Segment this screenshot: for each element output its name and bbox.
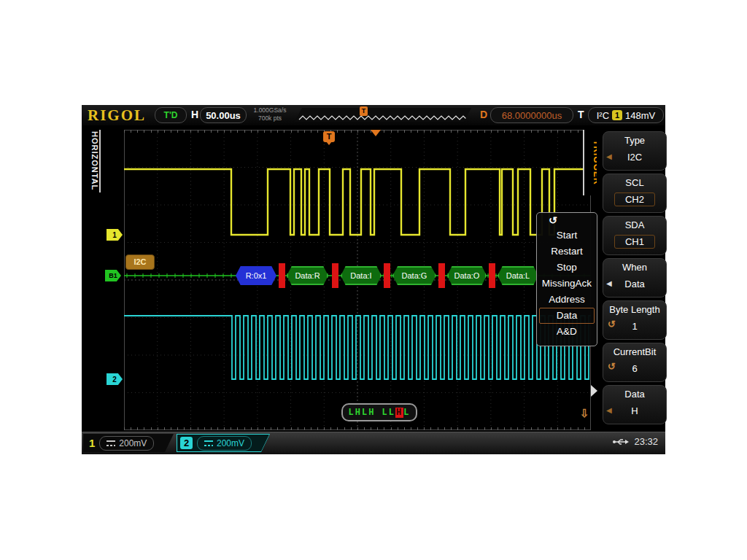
ch1-number: 1 — [89, 437, 95, 449]
delay-readout[interactable]: 68.0000000us — [490, 107, 573, 123]
trigger-position-flag-icon[interactable]: T — [323, 131, 335, 142]
oscilloscope-screen: RIGOL T'D H 50.00us 1.000GSa/s 700k pts … — [82, 105, 665, 454]
decode-block-data-l: Data:L — [498, 266, 538, 285]
decode-block-r-0x1: R:0x1 — [236, 266, 276, 285]
clock-time: 23:32 — [634, 436, 658, 447]
menu-item-value-row: CH1 — [603, 233, 666, 250]
popup-item-data[interactable]: Data — [539, 308, 595, 324]
trigger-type: I²C — [597, 110, 609, 121]
ch1-scale-box: 200mV — [99, 436, 154, 451]
menu-item-current-bit[interactable]: CurrentBit↺6 — [603, 343, 667, 382]
trigger-center-triangle-icon — [371, 130, 381, 141]
memory-depth: 700k pts — [249, 114, 290, 122]
ch2-scale-box: 200mV — [197, 436, 252, 451]
decode-separator-bar — [384, 263, 390, 288]
popup-item-stop[interactable]: Stop — [537, 260, 597, 276]
trigger-status[interactable]: T'D — [155, 107, 187, 123]
ch1-scale: 200mV — [119, 438, 147, 448]
decode-separator-bar — [332, 263, 338, 288]
menu-item-label: When — [603, 262, 666, 273]
graticule-top-ticks — [124, 130, 591, 133]
decode-block-data-r: Data:R — [287, 266, 328, 285]
tab-horizontal[interactable]: HORIZONTAL — [82, 130, 101, 192]
ch2-status-badge[interactable]: 2 200mV — [177, 434, 270, 452]
ch2-scale: 200mV — [217, 438, 244, 448]
decode-block-data-o: Data:O — [447, 266, 487, 285]
menu-item-when[interactable]: When◀Data — [603, 258, 667, 298]
bus-decode-label[interactable]: I2C — [125, 254, 155, 270]
menu-item-byte-length[interactable]: Byte Length↺1 — [603, 300, 667, 340]
menu-item-label: CurrentBit — [603, 346, 666, 357]
popup-item-list: StartRestartStopMissingAckAddressDataA&D — [537, 228, 597, 340]
trigger-source-badge: 1 — [612, 110, 622, 120]
popup-item-start[interactable]: Start — [537, 228, 597, 244]
menu-item-value: I2C — [627, 152, 642, 163]
graticule-bottom-ticks — [124, 427, 591, 430]
ch2-status-inner: 2 200mV — [177, 435, 269, 451]
menu-item-value: CH2 — [614, 192, 655, 206]
sample-rate: 1.000GSa/s — [249, 106, 290, 114]
cycle-icon: ↺ — [549, 214, 557, 226]
timebase-readout[interactable]: 50.00us — [200, 107, 247, 123]
acquisition-info: 1.000GSa/s 700k pts — [249, 106, 290, 122]
trigger-softkey-menu: Type◀I2CSCLCH2SDACH1When◀DataByte Length… — [597, 127, 665, 432]
menu-item-value-row: ↺1 — [603, 317, 666, 335]
menu-item-label: SDA — [603, 219, 666, 230]
trigger-level: 148mV — [625, 110, 655, 121]
dc-coupling-icon — [107, 440, 115, 446]
menu-item-value: H — [631, 405, 638, 416]
menu-item-label: Data — [603, 389, 666, 400]
left-arrow-icon: ◀ — [606, 152, 612, 160]
menu-item-value-row: ◀I2C — [603, 148, 666, 166]
channel-status-bar: 1 200mV 2 200mV — [82, 432, 665, 454]
horizontal-label: H — [191, 109, 198, 120]
pattern-prefix: LHLH LL — [349, 408, 395, 418]
menu-item-label: Type — [603, 135, 666, 146]
trigger-section-label: T — [578, 109, 584, 120]
zigzag-waveform-icon — [295, 108, 471, 122]
menu-item-scl[interactable]: SCLCH2 — [603, 174, 667, 213]
decode-separator-bar — [279, 263, 285, 288]
ch1-position-marker[interactable]: 1 — [107, 229, 123, 241]
decode-block-data-i: Data:I — [341, 266, 382, 285]
popup-item-missingack[interactable]: MissingAck — [537, 276, 597, 292]
when-condition-popup: ↺ StartRestartStopMissingAckAddressDataA… — [536, 212, 597, 346]
decode-separator-bar — [489, 263, 495, 288]
rigol-logo: RIGOL — [88, 106, 146, 125]
decode-separator-bar — [438, 263, 445, 288]
dc-coupling-icon — [204, 440, 213, 446]
pattern-suffix: L — [403, 408, 410, 418]
popup-item-restart[interactable]: Restart — [537, 244, 597, 260]
menu-item-data[interactable]: Data◀H — [603, 385, 667, 424]
menu-item-value-row: ↺6 — [603, 359, 666, 377]
data-pattern-box: LHLH LL H L — [341, 403, 417, 421]
top-status-bar: RIGOL T'D H 50.00us 1.000GSa/s 700k pts … — [82, 105, 665, 125]
cycle-icon: ↺ — [608, 361, 616, 372]
system-tray: 23:32 — [612, 436, 658, 447]
left-arrow-icon: ◀ — [606, 279, 612, 287]
trigger-position-marker-icon[interactable]: T — [360, 106, 368, 116]
delay-label: D — [480, 109, 487, 120]
waveform-position-bar[interactable] — [295, 108, 471, 122]
cycle-icon: ↺ — [608, 319, 616, 330]
decode-block-data-g: Data:G — [392, 266, 436, 285]
menu-item-value-row: ◀Data — [603, 275, 666, 292]
pattern-current-bit: H — [395, 408, 403, 418]
menu-item-value-row: ◀H — [603, 402, 666, 419]
ch1-status-badge[interactable]: 1 200mV — [83, 434, 174, 452]
popup-item-a-d[interactable]: A&D — [537, 324, 597, 340]
bus1-position-marker[interactable]: B1 — [105, 270, 121, 281]
trigger-readout[interactable]: I²C 1 148mV — [588, 107, 664, 123]
ch2-position-marker[interactable]: 2 — [107, 373, 123, 385]
menu-item-value: CH1 — [614, 235, 655, 249]
trigger-level-arrow-icon: ⇩ — [580, 407, 589, 420]
menu-item-value-row: CH2 — [603, 190, 666, 208]
menu-item-sda[interactable]: SDACH1 — [603, 216, 667, 255]
menu-item-label: Byte Length — [603, 304, 666, 315]
popup-item-address[interactable]: Address — [537, 292, 597, 308]
usb-icon — [612, 438, 630, 446]
left-arrow-icon: ◀ — [606, 406, 612, 414]
menu-item-value: 6 — [632, 363, 637, 374]
screenshot-stage: RIGOL T'D H 50.00us 1.000GSa/s 700k pts … — [0, 0, 747, 560]
menu-item-type[interactable]: Type◀I2C — [603, 131, 667, 171]
